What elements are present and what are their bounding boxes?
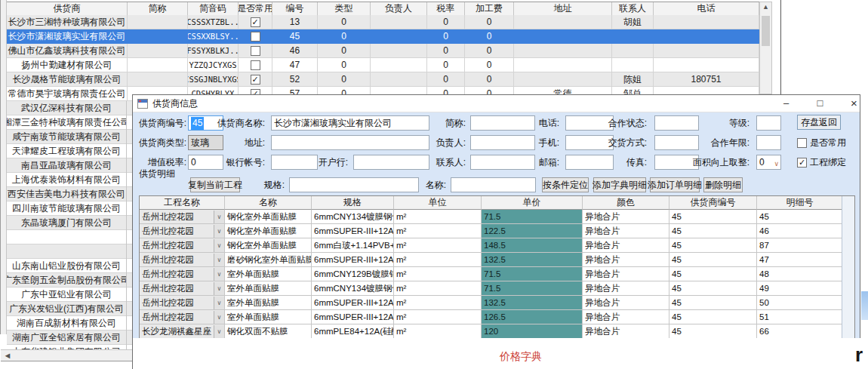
detail-column-header-unit[interactable]: 单位 — [394, 196, 482, 210]
vat-rate-input[interactable] — [188, 155, 223, 170]
is-common-checkbox[interactable] — [251, 32, 260, 42]
column-header-type[interactable]: 类型 — [318, 2, 371, 16]
supplier-name-input[interactable] — [271, 115, 429, 131]
table-row[interactable]: 佛山市亿鑫玻璃科技有限公司FSSYXBLKJ..46000 — [7, 44, 759, 58]
detail-column-header-supplier-no[interactable]: 供货商编号 — [669, 196, 757, 210]
dialog-titlebar[interactable]: 供货商信息 – □ × — [133, 95, 860, 112]
bank-input[interactable] — [353, 155, 429, 170]
supplier-list-row[interactable]: 西安佳吉美电力科技有限公司 — [7, 187, 135, 201]
project-name-combobox[interactable]: 岳州北控花园∨ — [140, 267, 225, 281]
detail-column-header-spec[interactable]: 规格 — [312, 196, 394, 210]
save-return-button[interactable]: 存盘返回 — [797, 115, 841, 130]
project-name-combobox[interactable]: 岳州北控花园∨ — [140, 253, 225, 267]
area-round-select[interactable]: 0 ∨ — [756, 155, 781, 170]
project-name-combobox[interactable]: 岳州北控花园∨ — [140, 296, 225, 310]
is-common-checkbox[interactable]: ✓ — [251, 17, 260, 27]
table-row[interactable]: 长沙晟格节能玻璃有限公司CSSGJNBLYXGS✓52000陈姐180751 — [7, 72, 759, 87]
detail-row[interactable]: 岳州北控花园∨钢化室外单面贴膜6mm白玻+1.14PVB+6mm...m²148… — [140, 238, 843, 253]
supplier-list-row[interactable]: 湖南广亚全铝家居有限公司 — [7, 331, 135, 345]
scroll-left-icon[interactable]: ◄ — [2, 351, 13, 361]
detail-row[interactable]: 岳州北控花园∨室外单面贴膜6mmCNY129B镀膜钢化m²71.5异地合片454… — [140, 267, 843, 281]
project-name-combobox[interactable]: 岳州北控花园∨ — [140, 238, 225, 253]
column-header-pinyin-code[interactable]: 简音码 — [188, 2, 239, 16]
column-header-short-name[interactable]: 简称 — [128, 2, 188, 16]
is-common-checkbox[interactable] — [797, 138, 807, 148]
add-dictionary-detail-button[interactable]: 添加字典明细 — [593, 177, 646, 192]
supplier-list-row[interactable]: 山东南山铝业股份有限公司 — [7, 259, 135, 273]
supplier-list-row[interactable]: 武汉亿深科技有限公司 — [7, 101, 135, 115]
is-common-checkbox[interactable]: ✓ — [251, 75, 260, 85]
detail-row[interactable]: 岳州北控花园∨室外单面贴膜6mmSUPER-III+12A(硅...m²132.… — [140, 296, 843, 310]
spec-filter-input[interactable] — [289, 177, 419, 192]
project-name-combobox[interactable]: 岳州北控花园∨ — [140, 210, 225, 224]
project-name-combobox[interactable]: 岳州北控花园∨ — [140, 281, 225, 296]
table-row[interactable]: 长沙市三湘特种玻璃有限公司CSSSXTZBL..✓13000胡姐 — [7, 15, 759, 29]
detail-row[interactable]: 岳州北控花园∨室外单面贴膜6mmCNY134镀膜钢化m²71.5异地合片4549 — [140, 281, 843, 296]
detail-column-header-name[interactable]: 名称 — [225, 196, 312, 210]
supplier-list-row[interactable]: 南昌亚晶玻璃有限公司 — [7, 158, 135, 173]
column-header-processing-fee[interactable]: 加工费 — [465, 2, 514, 16]
column-header-is-common[interactable]: 是否常用 — [239, 2, 272, 16]
supplier-list-row[interactable]: 四川南玻节能玻璃有限公司 — [7, 201, 135, 216]
column-header-supplier[interactable]: 供货商 — [7, 2, 128, 16]
table-row[interactable]: 长沙市潇湘玻璃实业有限公司CSSXXBLSY..45000 — [7, 29, 759, 44]
copy-current-project-button[interactable]: 复制当前工程 — [190, 177, 240, 192]
coop-years-input[interactable] — [756, 135, 781, 150]
detail-column-header-project-name[interactable]: 工程名称 — [140, 196, 225, 210]
is-common-checkbox[interactable] — [251, 46, 260, 56]
supplier-list-row[interactable] — [7, 230, 135, 244]
column-header-contact[interactable]: 联系人 — [612, 2, 654, 16]
locate-by-condition-button[interactable]: 按条件定位 — [542, 177, 589, 192]
project-name-combobox[interactable]: 长沙龙湖祺鑫星座∨ — [140, 324, 225, 339]
detail-column-header-detail-no[interactable]: 明细号 — [757, 196, 843, 210]
supplier-list-row[interactable] — [7, 244, 135, 259]
table-row[interactable]: 扬州中勤建材有限公司YZZQJCYXGS47000 — [7, 58, 759, 72]
phone-input[interactable] — [565, 115, 614, 131]
supplier-list-row[interactable]: 咸宁南玻节能玻璃有限公司 — [7, 130, 135, 144]
supplier-list-row[interactable]: 湖南百成新材料有限公司 — [7, 316, 135, 331]
add-order-detail-button[interactable]: 添加订单明细 — [650, 177, 700, 192]
supplier-list-row[interactable]: 东晶玻璃厦门有限公司 — [7, 216, 135, 230]
scroll-up-icon[interactable]: ▲ — [760, 3, 771, 11]
column-header-address[interactable]: 地址 — [514, 2, 612, 16]
column-header-number[interactable]: 编号 — [272, 2, 318, 16]
supplier-list-row[interactable]: 广东兴发铝业(江西)有限公司 — [7, 302, 135, 316]
detail-row[interactable]: 岳州北控花园∨室外单面贴膜6mmSUPER-III+12A(硅...m²126.… — [140, 310, 843, 324]
close-button[interactable]: × — [837, 95, 868, 112]
scrollbar-thumb[interactable] — [762, 16, 770, 46]
grade-input[interactable] — [756, 115, 781, 131]
maximize-button[interactable]: □ — [803, 95, 837, 112]
is-common-checkbox-row[interactable]: 是否常用 — [797, 135, 846, 150]
delete-detail-button[interactable]: 删除明细 — [703, 177, 743, 192]
detail-row[interactable]: 长沙龙湖祺鑫星座∨钢化双面不贴膜6mmPLE84+12A(硅酮胶...m²120… — [140, 324, 843, 339]
detail-row[interactable]: 岳州北控花园∨钢化室外单面贴膜6mmSUPER-III+12A(硅...m²12… — [140, 224, 843, 238]
supplier-list-row[interactable]: 天津耀皮工程玻璃有限公司 — [7, 144, 135, 158]
supplier-list-row[interactable]: 湘潭三金特种玻璃有限责任公司 — [7, 115, 135, 130]
delivery-method-input[interactable] — [654, 135, 699, 150]
project-name-combobox[interactable]: 岳州北控花园∨ — [140, 310, 225, 324]
is-common-checkbox[interactable] — [251, 60, 260, 70]
vertical-scrollbar[interactable]: ▲ — [759, 2, 772, 94]
contact-input[interactable] — [470, 155, 535, 170]
horizontal-scrollbar[interactable]: ◄ — [1, 349, 135, 361]
column-header-manager[interactable]: 负责人 — [371, 2, 427, 16]
bank-account-input[interactable] — [271, 155, 318, 170]
minimize-button[interactable]: – — [769, 95, 803, 112]
column-header-tax-rate[interactable]: 税率 — [427, 2, 465, 16]
short-name-input[interactable] — [470, 115, 535, 131]
detail-column-header-unit-price[interactable]: 单价 — [482, 196, 583, 210]
coop-status-input[interactable] — [654, 115, 699, 131]
mobile-input[interactable] — [565, 135, 614, 150]
column-header-phone[interactable]: 电话 — [654, 2, 759, 16]
detail-grid-scrollbar[interactable] — [842, 196, 854, 338]
manager-input[interactable] — [470, 135, 535, 150]
detail-row[interactable]: 岳州北控花园∨钢化室外单面贴膜6mmCNY134镀膜钢化m²71.5异地合片45… — [140, 210, 843, 224]
project-bind-checkbox-row[interactable]: ✓ 工程绑定 — [797, 155, 846, 170]
supplier-list-row[interactable]: 广东坚朗五金制品股份有限公司 — [7, 273, 135, 288]
project-name-combobox[interactable]: 岳州北控花园∨ — [140, 224, 225, 238]
name-filter-input[interactable] — [451, 177, 536, 192]
project-bind-checkbox[interactable]: ✓ — [797, 158, 807, 168]
supplier-list-row[interactable]: 广东中亚铝业有限公司 — [7, 288, 135, 302]
address-input[interactable] — [271, 135, 429, 150]
detail-row[interactable]: 岳州北控花园∨磨砂钢化室外单面贴膜6mmSUPER-III+12A(硅...m²… — [140, 253, 843, 267]
